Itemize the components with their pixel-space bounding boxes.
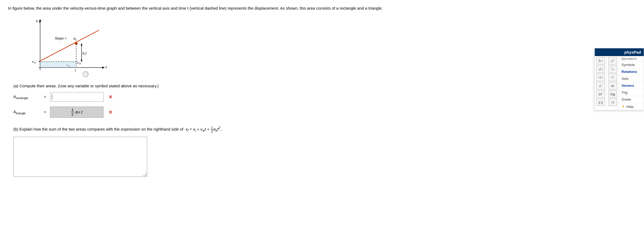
svg-rect-27	[40, 62, 76, 68]
svg-text:□: □	[599, 61, 600, 63]
triangle-equation-row: Atriangle = 1 2 ax t ✕	[13, 107, 580, 118]
rectangle-equation-row: Arectangle = ✕	[13, 92, 580, 102]
cursor	[52, 94, 52, 100]
part-b-prefix: (b) Explain how the sum of the two areas…	[13, 127, 183, 131]
textarea-resize-handle[interactable]	[143, 173, 146, 176]
svg-text:1: 1	[599, 59, 600, 61]
subscript-button[interactable]: □n	[608, 65, 617, 73]
ln-button[interactable]: ln	[608, 82, 617, 89]
velocity-time-graph: v x t v xi v xf a x	[24, 17, 110, 78]
physpad-title: physPad	[595, 48, 644, 56]
pow10-icon: 10□	[598, 92, 603, 96]
nthroot-icon: ⁿ√□	[599, 76, 603, 79]
triangle-clear-button[interactable]: ✕	[108, 109, 113, 115]
rectangle-clear-button[interactable]: ✕	[108, 94, 113, 100]
superscript-button[interactable]: □□	[608, 57, 617, 65]
symbols-menu-item[interactable]: Symbols	[619, 61, 644, 68]
part-b-textarea[interactable]	[13, 137, 147, 177]
log-icon: log	[610, 92, 615, 96]
supsub-icon: □n□	[611, 76, 615, 79]
part-a-label: (a) Compute their areas. (Use any variab…	[13, 84, 580, 88]
greek-menu-item[interactable]: Greek	[619, 96, 644, 103]
subscript-icon: □n	[611, 67, 614, 71]
rectangle-sub: rectangle	[16, 96, 28, 100]
superscript-icon: □□	[611, 59, 614, 63]
svg-text:xi: xi	[34, 61, 36, 64]
vectors-menu-item[interactable]: Vectors	[619, 82, 644, 89]
sqrt-icon: √□	[599, 67, 603, 71]
rectangle-label: Arectangle	[13, 94, 40, 100]
svg-marker-16	[81, 43, 82, 46]
triangle-t: t	[81, 110, 82, 115]
abs-button[interactable]: |□|	[596, 99, 605, 106]
main-content: In figure below, the area under the velo…	[0, 0, 588, 182]
help-label: Help	[626, 105, 634, 109]
triangle-var-sub: x	[78, 110, 80, 114]
nthroot-button[interactable]: ⁿ√□	[596, 74, 605, 81]
triangle-label: Atriangle	[13, 109, 40, 115]
part-b-text: (b) Explain how the sum of the two areas…	[13, 126, 254, 134]
rectangle-input[interactable]	[50, 92, 103, 102]
triangle-a: A	[13, 109, 16, 114]
factorial-button[interactable]: □!	[608, 99, 617, 106]
part-a-section: (a) Compute their areas. (Use any variab…	[13, 84, 580, 118]
svg-text:Slope =: Slope =	[55, 36, 67, 40]
svg-text:x: x	[75, 38, 77, 41]
rectangle-a: A	[13, 94, 16, 99]
pow10-button[interactable]: 10□	[596, 90, 605, 98]
svg-line-7	[39, 30, 99, 62]
triangle-sub: triangle	[16, 112, 26, 115]
svg-text:a: a	[82, 51, 84, 55]
svg-text:t: t	[106, 65, 107, 69]
trig-menu-item[interactable]: Trig	[619, 89, 644, 96]
help-icon: ☀	[622, 104, 625, 109]
fraction-icon: 1□	[598, 58, 603, 64]
exp-e-button[interactable]: e□	[596, 82, 605, 89]
intro-paragraph: In figure below, the area under the velo…	[8, 5, 409, 11]
svg-text:ⓘ: ⓘ	[85, 72, 88, 76]
ln-icon: ln	[611, 84, 614, 88]
triangle-equals: =	[44, 110, 46, 114]
sets-menu-item[interactable]: Sets	[619, 75, 644, 82]
svg-marker-3	[102, 66, 105, 69]
svg-text:x: x	[39, 21, 40, 23]
part-b-formula: xf = xi + vxit + 12axt2..	[185, 127, 223, 131]
svg-text:t: t	[86, 51, 87, 55]
factorial-icon: □!	[611, 100, 614, 104]
log-button[interactable]: log	[608, 90, 617, 98]
svg-text:v: v	[32, 60, 34, 64]
operations-label: Operations	[619, 56, 644, 61]
fraction-button[interactable]: 1□	[596, 57, 605, 65]
fraction-numerator: 1	[71, 108, 74, 112]
triangle-fraction: 1 2	[71, 108, 74, 116]
exp-e-icon: e□	[599, 84, 602, 88]
sqrt-button[interactable]: √□	[596, 65, 605, 73]
svg-marker-17	[81, 60, 82, 62]
svg-text:v: v	[36, 19, 38, 23]
part-b-section: (b) Explain how the sum of the two areas…	[13, 126, 580, 177]
svg-text:xf: xf	[79, 62, 81, 65]
rectangle-equals: =	[44, 95, 46, 99]
physpad-sidebar: physPad 1□ √□ ⁿ√□ e□ 10□ |□|	[595, 48, 644, 111]
relations-menu-item[interactable]: Relations	[619, 68, 644, 75]
triangle-expression: 1 2 ax t	[71, 108, 82, 116]
help-item[interactable]: ☀ Help	[619, 103, 644, 110]
triangle-input[interactable]: 1 2 ax t	[50, 107, 103, 118]
abs-icon: |□|	[599, 100, 603, 104]
supsub-button[interactable]: □n□	[608, 74, 617, 81]
fraction-denominator: 2	[71, 112, 74, 116]
svg-text:t: t	[75, 68, 76, 72]
svg-text:v: v	[77, 61, 79, 64]
triangle-var: a	[75, 110, 78, 115]
